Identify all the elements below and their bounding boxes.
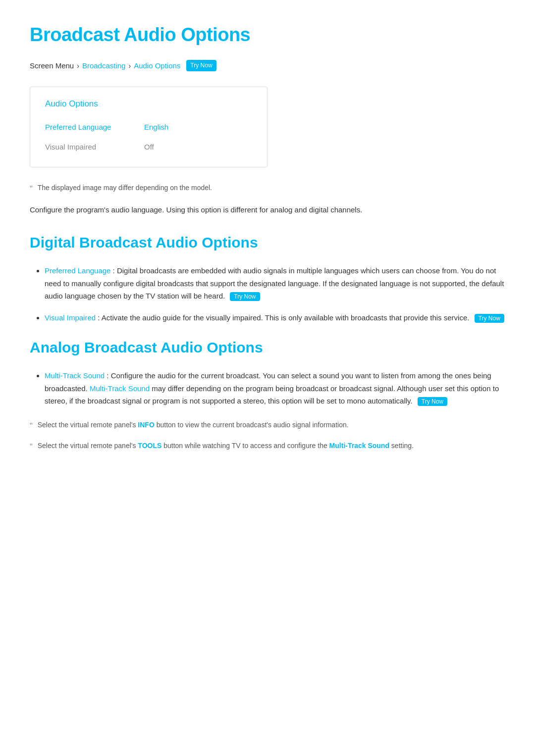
analog-term-multi-track: Multi-Track Sound [45,371,105,380]
page-title: Broadcast Audio Options [30,20,505,50]
info-link: INFO [138,421,154,429]
digital-text-visual-impaired: : Activate the audio guide for the visua… [98,313,469,322]
multi-track-link: Multi-Track Sound [329,442,389,450]
analog-section-title: Analog Broadcast Audio Options [30,336,505,359]
digital-bullet-preferred-language: Preferred Language : Digital broadcasts … [45,264,505,302]
menu-row-preferred-language[interactable]: Preferred Language English [45,117,252,137]
analog-note-2: " Select the virtual remote panel's TOOL… [30,440,505,454]
analog-note-mark-2: " [30,441,33,454]
breadcrumb-try-now-badge[interactable]: Try Now [186,60,216,71]
breadcrumb-audio-options[interactable]: Audio Options [134,60,180,72]
breadcrumb-screen-menu: Screen Menu [30,60,74,72]
digital-text-preferred-language: : Digital broadcasts are embedded with a… [45,266,504,300]
menu-row-label-visual-impaired: Visual Impaired [45,141,144,153]
digital-term-preferred-language: Preferred Language [45,266,110,275]
menu-box-title: Audio Options [45,97,252,110]
analog-bullet-list: Multi-Track Sound : Configure the audio … [30,369,505,407]
digital-try-now-1[interactable]: Try Now [230,292,260,301]
digital-bullet-list: Preferred Language : Digital broadcasts … [30,264,505,324]
note-text: The displayed image may differ depending… [38,182,212,193]
digital-try-now-2[interactable]: Try Now [475,314,504,323]
breadcrumb-sep-2: › [128,60,131,71]
breadcrumb-sep-1: › [77,60,79,71]
analog-note-text-2: Select the virtual remote panel's TOOLS … [38,440,414,451]
digital-section-title: Digital Broadcast Audio Options [30,231,505,254]
menu-row-value-visual-impaired: Off [144,141,154,153]
note-mark: " [30,183,33,196]
menu-box: Audio Options Preferred Language English… [30,87,268,167]
analog-note-1: " Select the virtual remote panel's INFO… [30,419,505,433]
menu-row-value-preferred-language: English [144,121,168,133]
analog-try-now-1[interactable]: Try Now [418,397,447,406]
digital-term-visual-impaired: Visual Impaired [45,313,96,322]
digital-bullet-visual-impaired: Visual Impaired : Activate the audio gui… [45,311,505,324]
image-note: " The displayed image may differ dependi… [30,182,505,196]
breadcrumb: Screen Menu › Broadcasting › Audio Optio… [30,60,505,72]
analog-note-mark-1: " [30,420,33,433]
description: Configure the program's audio language. … [30,203,505,216]
analog-notes: " Select the virtual remote panel's INFO… [30,419,505,454]
analog-note-text-1: Select the virtual remote panel's INFO b… [38,419,349,430]
tools-link: TOOLS [138,442,161,450]
menu-row-label-preferred-language: Preferred Language [45,121,144,133]
menu-row-visual-impaired[interactable]: Visual Impaired Off [45,137,252,157]
breadcrumb-broadcasting[interactable]: Broadcasting [82,60,126,72]
analog-bullet-multi-track: Multi-Track Sound : Configure the audio … [45,369,505,407]
analog-term-multi-track-2: Multi-Track Sound [90,384,150,393]
